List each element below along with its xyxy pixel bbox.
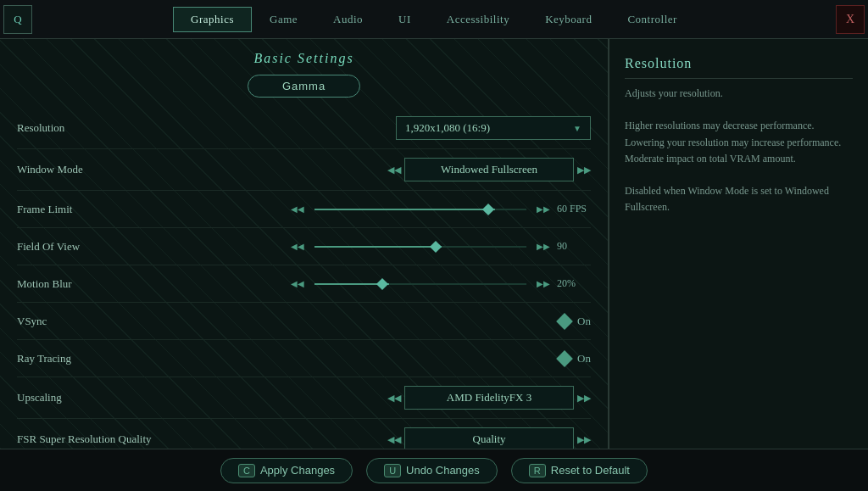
vsync-toggle[interactable]: On [559,315,591,328]
setting-control-ray-tracing: On [186,352,591,365]
setting-label-vsync: VSync [17,315,186,328]
diamond-icon [556,350,573,367]
ray-tracing-toggle[interactable]: On [559,352,591,365]
bottom-bar: C Apply Changes U Undo Changes R Reset t… [0,449,868,491]
resolution-dropdown[interactable]: 1,920x1,080 (16:9) ▼ [396,116,591,140]
fov-slider: ◀◀ ▶▶ 90 [291,240,591,254]
setting-control-vsync: On [186,315,591,328]
fsr-value: Quality [404,427,574,449]
slider-right-icon: ▶▶ [537,279,550,288]
setting-label-fov: Field Of View [17,240,186,254]
tab-game[interactable]: Game [252,7,315,32]
slider-thumb [376,277,388,289]
diamond-icon [556,313,573,330]
upscaling-selector: ◀◀ AMD FidelityFX 3 ▶▶ [387,386,591,410]
setting-row-vsync: VSync On [17,303,591,340]
undo-label: Undo Changes [406,464,480,477]
fsr-next-button[interactable]: ▶▶ [577,434,591,445]
tab-audio[interactable]: Audio [315,7,381,32]
fov-value: 90 [557,240,591,253]
setting-row-ray-tracing: Ray Tracing On [17,340,591,377]
setting-row-fsr: FSR Super Resolution Quality ◀◀ Quality … [17,419,591,449]
tab-graphics[interactable]: Graphics [173,7,252,32]
fsr-selector: ◀◀ Quality ▶▶ [387,427,591,449]
slider-fill [314,209,495,210]
setting-row-motion-blur: Motion Blur ◀◀ ▶▶ 20% [17,265,591,303]
slider-right-icon: ▶▶ [537,204,550,214]
apply-label: Apply Changes [260,464,335,477]
setting-label-frame-limit: Frame Limit [17,203,186,216]
window-mode-next-button[interactable]: ▶▶ [577,165,591,176]
setting-row-frame-limit: Frame Limit ◀◀ ▶▶ 60 FPS [17,191,591,228]
gamma-btn-wrap: Gamma [0,75,608,98]
tab-accessibility[interactable]: Accessibility [429,7,527,32]
tab-ui[interactable]: UI [381,7,429,32]
sidebar-title: Resolution [625,56,853,79]
setting-control-fsr: ◀◀ Quality ▶▶ [186,427,591,449]
reset-label: Reset to Default [551,464,630,477]
window-mode-value: Windowed Fullscreen [404,158,574,181]
frame-limit-slider: ◀◀ ▶▶ 60 FPS [291,203,591,216]
setting-row-window-mode: Window Mode ◀◀ Windowed Fullscreen ▶▶ [17,149,591,191]
upscaling-next-button[interactable]: ▶▶ [577,393,591,404]
slider-left-icon: ◀◀ [291,242,304,251]
slider-thumb [429,240,441,252]
fsr-prev-button[interactable]: ◀◀ [387,434,401,445]
nav-tabs: Graphics Game Audio UI Accessibility Key… [32,7,836,32]
settings-list: Resolution 1,920x1,080 (16:9) ▼ Window M… [0,108,608,449]
apply-key-badge: C [238,464,255,477]
setting-label-ray-tracing: Ray Tracing [17,352,186,365]
slider-fill [314,246,442,248]
setting-label-fsr: FSR Super Resolution Quality [17,432,186,446]
close-button[interactable]: X [836,5,865,34]
tab-keyboard[interactable]: Keyboard [527,7,609,32]
vsync-value: On [577,315,591,328]
frame-limit-track[interactable] [314,203,526,216]
sidebar-description: Adjusts your resolution. Higher resoluti… [625,86,853,216]
setting-row-resolution: Resolution 1,920x1,080 (16:9) ▼ [17,108,591,149]
setting-row-fov: Field Of View ◀◀ ▶▶ 90 [17,228,591,265]
main-content: Basic Settings Gamma Resolution 1,920x1,… [0,39,868,449]
setting-control-motion-blur: ◀◀ ▶▶ 20% [186,277,591,291]
setting-control-resolution: 1,920x1,080 (16:9) ▼ [186,116,591,140]
motion-blur-track[interactable] [314,277,526,291]
nav-left-icon[interactable]: Q [3,5,32,34]
gamma-button[interactable]: Gamma [248,75,360,98]
right-panel: Resolution Adjusts your resolution. High… [609,39,868,449]
undo-changes-button[interactable]: U Undo Changes [366,458,498,483]
frame-limit-value: 60 FPS [557,203,591,215]
slider-right-icon: ▶▶ [537,242,550,251]
window-mode-prev-button[interactable]: ◀◀ [387,165,401,176]
tab-controller[interactable]: Controller [609,7,694,32]
slider-line [314,209,526,210]
motion-blur-slider: ◀◀ ▶▶ 20% [291,277,591,291]
slider-left-icon: ◀◀ [291,279,304,288]
upscaling-value: AMD FidelityFX 3 [404,386,574,410]
setting-label-resolution: Resolution [17,121,186,135]
section-title: Basic Settings [0,39,608,75]
reset-key-badge: R [529,464,546,477]
setting-control-upscaling: ◀◀ AMD FidelityFX 3 ▶▶ [186,386,591,410]
chevron-down-icon: ▼ [573,124,581,133]
fov-track[interactable] [314,240,526,254]
slider-line [314,283,526,285]
motion-blur-value: 20% [557,277,591,290]
setting-control-frame-limit: ◀◀ ▶▶ 60 FPS [186,203,591,216]
setting-label-window-mode: Window Mode [17,163,186,176]
setting-label-upscaling: Upscaling [17,391,186,405]
upscaling-prev-button[interactable]: ◀◀ [387,393,401,404]
window-mode-selector: ◀◀ Windowed Fullscreen ▶▶ [387,158,591,181]
slider-left-icon: ◀◀ [291,204,304,214]
setting-label-motion-blur: Motion Blur [17,277,186,291]
apply-changes-button[interactable]: C Apply Changes [220,458,353,483]
slider-line [314,246,526,248]
ray-tracing-value: On [577,352,591,365]
setting-row-upscaling: Upscaling ◀◀ AMD FidelityFX 3 ▶▶ [17,377,591,419]
reset-to-default-button[interactable]: R Reset to Default [511,458,648,483]
setting-control-fov: ◀◀ ▶▶ 90 [186,240,591,254]
setting-control-window-mode: ◀◀ Windowed Fullscreen ▶▶ [186,158,591,181]
left-panel: Basic Settings Gamma Resolution 1,920x1,… [0,39,609,449]
top-nav: Q Graphics Game Audio UI Accessibility K… [0,0,868,39]
slider-thumb [482,203,494,215]
undo-key-badge: U [384,464,401,477]
